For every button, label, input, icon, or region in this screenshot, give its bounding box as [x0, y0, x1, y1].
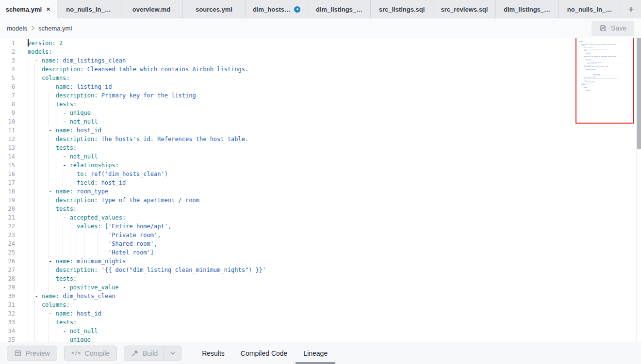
editor-tab[interactable]: dim_listings_…	[308, 0, 370, 18]
tab-label: no_nulls_in_…	[66, 6, 111, 13]
indent-guide	[49, 196, 55, 205]
code-line[interactable]: models:	[28, 47, 641, 56]
code-line[interactable]: - unique	[28, 335, 641, 342]
indent-guide	[28, 65, 34, 74]
code-line[interactable]: tests:	[28, 205, 641, 213]
indent-guide	[28, 266, 34, 274]
indent-guide	[34, 327, 41, 335]
editor-tab[interactable]: src_listings.sql	[370, 0, 433, 18]
editor-tab[interactable]: schema.yml✕	[0, 0, 57, 18]
panel-tab-compiled-code[interactable]: Compiled Code	[241, 342, 288, 364]
code-line[interactable]: description: The hosts's id. References …	[28, 135, 641, 143]
code-line[interactable]: 'Hotel room']	[28, 248, 641, 257]
code-line[interactable]: 'Private room',	[28, 231, 641, 239]
editor-tab[interactable]: dim_hosts…	[245, 0, 308, 18]
indent-guide	[28, 178, 34, 187]
code-line[interactable]: 'Shared room',	[28, 239, 641, 248]
indent-guide	[34, 283, 41, 292]
panel-tab-lineage[interactable]: Lineage	[303, 342, 328, 364]
code-line[interactable]: - not_null	[28, 117, 641, 126]
save-button[interactable]: Save	[592, 21, 634, 36]
indent-guide	[91, 239, 98, 248]
code-line[interactable]: - name: room_type	[28, 187, 641, 196]
line-number: 13	[0, 143, 15, 152]
editor-tab[interactable]: src_reviews.sql	[433, 0, 495, 18]
code-line[interactable]: description: Primary key for the listing	[28, 91, 641, 100]
code-icon: </>	[71, 350, 81, 356]
indent-guide	[49, 161, 55, 170]
indent-guide	[42, 248, 49, 257]
code-line[interactable]: - accepted_values:	[28, 213, 641, 222]
indent-guide	[63, 231, 69, 239]
code-line[interactable]: - name: dim_listings_clean	[28, 56, 641, 65]
editor-tab[interactable]: no_nulls_in_…	[558, 0, 621, 18]
code-line[interactable]: description: Cleansed table which contai…	[28, 65, 641, 74]
code-line[interactable]: description: '{{ doc("dim_listing_clean_…	[28, 266, 641, 274]
code-line[interactable]: - name: listing_id	[28, 82, 641, 91]
code-line[interactable]: - relationships:	[28, 161, 641, 170]
minimap[interactable]: version: 2models: - name: dim_listings_c…	[579, 39, 633, 91]
indent-guide	[42, 143, 49, 152]
indent-guide	[42, 196, 49, 205]
code-line[interactable]: tests:	[28, 100, 641, 109]
code-line[interactable]: - name: host_id	[28, 126, 641, 135]
code-area[interactable]: version: 2models: - name: dim_listings_c…	[15, 38, 641, 342]
scrollbar-thumb[interactable]	[637, 38, 641, 149]
code-line[interactable]: - name: minimum_nights	[28, 257, 641, 266]
indent-guide	[42, 239, 49, 248]
line-number: 5	[0, 74, 15, 82]
code-line[interactable]: description: Type of the apartment / roo…	[28, 196, 641, 205]
editor-tab[interactable]: overview.md	[120, 0, 182, 18]
indent-guide	[28, 196, 34, 205]
tab-close-icon[interactable]: ✕	[45, 6, 51, 13]
indent-guide	[28, 161, 34, 170]
indent-guide	[49, 239, 55, 248]
indent-guide	[49, 91, 55, 100]
line-number: 27	[0, 266, 15, 274]
editor-tab[interactable]: sources.yml	[182, 0, 245, 18]
line-number: 2	[0, 47, 15, 56]
indent-guide	[56, 283, 63, 292]
code-line[interactable]: columns:	[28, 74, 641, 82]
panel-tab-results[interactable]: Results	[202, 342, 225, 364]
indent-guide	[42, 109, 49, 117]
code-line[interactable]: field: host_id	[28, 178, 641, 187]
code-line[interactable]: tests:	[28, 274, 641, 283]
indent-guide	[98, 239, 104, 248]
code-line[interactable]: to: ref('dim_hosts_clean')	[28, 170, 641, 178]
indent-guide	[42, 205, 49, 213]
indent-guide	[42, 187, 49, 196]
build-button[interactable]: Build	[124, 346, 164, 361]
code-line[interactable]: - unique	[28, 109, 641, 117]
code-editor[interactable]: 1234567891011121314151617181920212223242…	[0, 38, 641, 342]
code-line[interactable]: values: ['Entire home/apt',	[28, 222, 641, 231]
code-line[interactable]: tests:	[28, 318, 641, 327]
code-line[interactable]: version: 2	[28, 39, 641, 47]
indent-guide	[28, 91, 34, 100]
code-line[interactable]: - name: dim_hosts_clean	[28, 292, 641, 301]
minimap-highlight-box: version: 2models: - name: dim_listings_c…	[575, 38, 634, 124]
indent-guide	[28, 283, 34, 292]
compile-button[interactable]: </>Compile	[64, 346, 117, 361]
indent-guide	[28, 222, 34, 231]
breadcrumb-item[interactable]: models	[7, 25, 27, 32]
build-button-dropdown[interactable]	[164, 346, 181, 361]
preview-button[interactable]: Preview	[7, 346, 57, 361]
code-line[interactable]: - not_null	[28, 327, 641, 335]
line-number: 32	[0, 309, 15, 318]
breadcrumb-item[interactable]: schema.yml	[38, 25, 72, 32]
editor-scrollbar[interactable]	[636, 38, 641, 342]
code-line[interactable]: - positive_value	[28, 283, 641, 292]
indent-guide	[56, 178, 63, 187]
editor-tabbar: schema.yml✕no_nulls_in_…overview.mdsourc…	[0, 0, 641, 18]
code-line[interactable]: tests:	[28, 143, 641, 152]
code-line[interactable]: - not_null	[28, 152, 641, 161]
indent-guide	[49, 152, 55, 161]
code-line[interactable]: columns:	[28, 301, 641, 309]
editor-tab[interactable]: dim_listings_…	[495, 0, 558, 18]
editor-tab[interactable]: no_nulls_in_…	[57, 0, 120, 18]
new-tab-button[interactable]: +	[621, 0, 641, 18]
indent-guide	[70, 170, 77, 178]
code-line[interactable]: - name: host_id	[28, 309, 641, 318]
indent-guide	[49, 213, 55, 222]
